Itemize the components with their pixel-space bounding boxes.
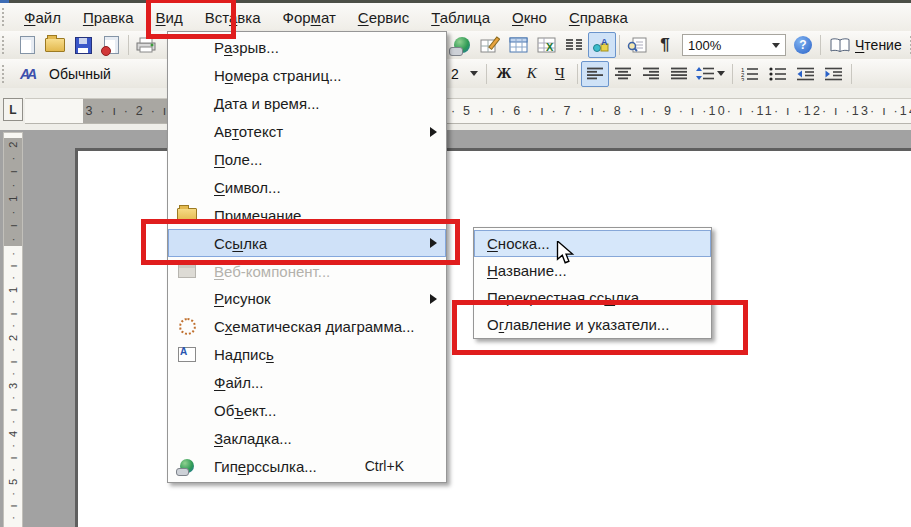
svg-text:3: 3 (741, 77, 745, 81)
hyperlink-globe-icon (174, 455, 200, 477)
insert-hyperlink-icon[interactable] (448, 32, 476, 58)
toolbar-separator (619, 35, 620, 55)
insert-excel-table-icon[interactable]: X (532, 32, 560, 58)
insert-menu-item-object[interactable]: Объект... (168, 397, 446, 425)
menubar-item-file[interactable]: Файл (13, 5, 72, 30)
insert-menu-item-autotext[interactable]: Автотекст (168, 118, 446, 146)
line-spacing-icon[interactable] (693, 61, 729, 87)
align-justify-icon[interactable] (665, 61, 693, 87)
standard-toolbar-right: X A ¶ 100% ? (441, 31, 911, 59)
reference-submenu: Сноска...Название...Перекрестная ссылка.… (473, 227, 712, 339)
insert-menu-item-text-box[interactable]: Надпись (168, 341, 446, 369)
tables-and-borders-icon[interactable] (476, 32, 504, 58)
insert-menu: Разрыв...Номера страниц...Дата и время..… (167, 31, 447, 483)
insert-menu-item-date-time[interactable]: Дата и время... (168, 90, 446, 118)
chevron-down-icon[interactable] (772, 43, 780, 48)
horizontal-ruler-left: 3 · ı · 2 · ı (25, 98, 167, 124)
chevron-down-icon[interactable] (717, 71, 725, 76)
menubar-item-format[interactable]: Формат (271, 5, 346, 30)
print-icon[interactable] (132, 32, 160, 58)
font-size-dropdown-icon[interactable] (465, 61, 483, 87)
decrease-indent-icon[interactable] (792, 61, 820, 87)
toolbar-separator (851, 64, 852, 84)
shortcut-label: Ctrl+K (365, 458, 404, 474)
font-size-combo[interactable]: 2 (451, 66, 459, 82)
read-button-label: Чтение (855, 37, 902, 53)
ruler-band: L 3 · ı · 2 · ı · 5 · ı · 6 · ı · 7 · ı … (0, 88, 911, 130)
underline-button[interactable]: Ч (546, 61, 574, 87)
insert-menu-item-reference[interactable]: Ссылка (168, 229, 446, 257)
menu-bar-items: ФайлПравкаВидВставкаФорматСервисТаблицаО… (13, 5, 639, 30)
insert-menu-item-hyperlink[interactable]: Гиперссылка...Ctrl+K (168, 452, 446, 480)
reference-submenu-item-cross-reference[interactable]: Перекрестная ссылка... (474, 284, 711, 311)
open-folder-icon[interactable] (41, 32, 69, 58)
toolbar-separator (577, 64, 578, 84)
insert-menu-item-field[interactable]: Поле... (168, 146, 446, 174)
reference-submenu-item-toc-and-index[interactable]: Оглавление и указатели... (474, 311, 711, 338)
styles-and-formatting-icon[interactable]: АА (13, 61, 41, 87)
menubar-item-tools[interactable]: Сервис (347, 5, 420, 30)
reference-submenu-item-footnote[interactable]: Сноска... (474, 230, 711, 257)
tab-selector[interactable]: L (3, 98, 23, 121)
diagram-icon (174, 316, 200, 338)
bold-button[interactable]: Ж (490, 61, 518, 87)
standard-toolbar: X A ¶ 100% ? (0, 31, 911, 60)
insert-menu-item-file[interactable]: Файл... (168, 369, 446, 397)
menu-bar: ФайлПравкаВидВставкаФорматСервисТаблицаО… (0, 3, 911, 32)
menubar-item-view[interactable]: Вид (145, 5, 194, 30)
formatting-toolbar: АА Обычный 2 Ж К Ч (0, 59, 911, 89)
submenu-arrow-icon (430, 238, 437, 248)
insert-menu-item-org-diagram[interactable]: Схематическая диаграмма... (168, 313, 446, 341)
zoom-combo[interactable]: 100% (682, 34, 786, 56)
align-right-icon[interactable] (637, 61, 665, 87)
show-paragraph-marks-icon[interactable]: ¶ (651, 32, 679, 58)
reference-submenu-item-caption[interactable]: Название... (474, 257, 711, 284)
save-icon[interactable] (69, 32, 97, 58)
menubar-item-table[interactable]: Таблица (420, 5, 501, 30)
increase-indent-icon[interactable] (820, 61, 848, 87)
text-box-icon (174, 344, 200, 366)
document-map-icon[interactable] (623, 32, 651, 58)
style-combo[interactable]: Обычный (49, 66, 111, 82)
menubar-item-edit[interactable]: Правка (72, 5, 145, 30)
toolbar-grip[interactable] (2, 36, 8, 54)
insert-menu-item-web-component[interactable]: Веб-компонент... (168, 257, 446, 285)
toolbar-grip[interactable] (2, 8, 8, 26)
vertical-ruler-body: ·ı·1·ı·2·ı·3·ı·4·ı·5·ı· (4, 248, 22, 527)
permission-icon[interactable] (97, 32, 125, 58)
web-component-icon (174, 260, 200, 282)
columns-icon[interactable] (560, 32, 588, 58)
vertical-ruler-margin: 2·ı·1·ı· (4, 138, 22, 246)
horizontal-ruler-right: · 5 · ı · 6 · ı · 7 · ı · 8 · ı · 9 · ı … (447, 98, 911, 124)
insert-table-icon[interactable] (504, 32, 532, 58)
insert-menu-item-picture[interactable]: Рисунок (168, 285, 446, 313)
drawing-icon[interactable]: A (588, 32, 616, 58)
numbered-list-icon[interactable]: 123 (736, 61, 764, 87)
insert-menu-item-symbol[interactable]: Символ... (168, 173, 446, 201)
align-center-icon[interactable] (609, 61, 637, 87)
insert-menu-item-comment[interactable]: Примечание (168, 201, 446, 229)
italic-button[interactable]: К (518, 61, 546, 87)
read-mode-button[interactable]: Чтение (824, 36, 908, 54)
insert-menu-item-bookmark[interactable]: Закладка... (168, 424, 446, 452)
insert-menu-item-break[interactable]: Разрыв... (168, 34, 446, 62)
menubar-item-insert[interactable]: Вставка (194, 5, 272, 30)
submenu-arrow-icon (430, 127, 437, 137)
comment-folder-icon (174, 204, 200, 226)
ruler-margin-area: 3 · ı · 2 · ı (83, 99, 167, 123)
toolbar-grip[interactable] (2, 65, 8, 83)
new-document-icon[interactable] (13, 32, 41, 58)
open-book-icon (830, 38, 850, 53)
bullet-list-icon[interactable] (764, 61, 792, 87)
insert-menu-item-page-numbers[interactable]: Номера страниц... (168, 62, 446, 90)
toolbar-separator (732, 64, 733, 84)
toolbar-separator (820, 35, 821, 55)
menubar-item-help[interactable]: Справка (558, 5, 639, 30)
word-application-window: ФайлПравкаВидВставкаФорматСервисТаблицаО… (0, 0, 911, 527)
formatting-toolbar-right: 2 Ж К Ч 123 (447, 59, 911, 88)
help-icon[interactable]: ? (789, 32, 817, 58)
align-left-icon[interactable] (581, 61, 609, 87)
document-area: 2·ı·1·ı· ·ı·1·ı·2·ı·3·ı·4·ı·5·ı· (0, 130, 911, 527)
menubar-item-window[interactable]: Окно (501, 5, 558, 30)
svg-text:X: X (546, 41, 554, 53)
